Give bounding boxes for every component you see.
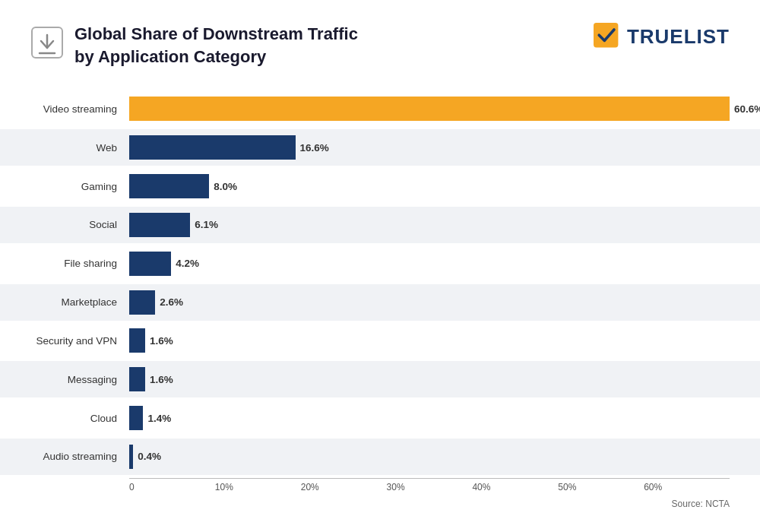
bar-fill: 4.2% (129, 252, 171, 276)
bar-value-label: 1.6% (150, 374, 173, 385)
bar-label: Cloud (30, 413, 129, 424)
x-axis-line (129, 478, 730, 479)
bar-row: Audio streaming0.4% (0, 439, 760, 475)
bar-row: File sharing4.2% (30, 245, 730, 282)
bar-label: Social (30, 219, 129, 230)
bar-container: 2.6% (129, 284, 730, 321)
bar-container: 6.1% (129, 207, 730, 243)
bar-container: 16.6% (129, 129, 730, 166)
bar-row: Security and VPN1.6% (30, 322, 730, 359)
x-axis-label: 0 (129, 482, 215, 492)
bar-label: Marketplace (30, 296, 129, 308)
bar-value-label: 1.4% (147, 413, 171, 424)
bar-label: File sharing (30, 258, 129, 269)
bar-fill: 1.4% (129, 406, 143, 430)
bar-fill: 16.6% (129, 135, 296, 160)
bar-row: Messaging1.6% (0, 361, 760, 397)
bar-fill: 60.6% (129, 97, 730, 121)
bar-value-label: 4.2% (176, 258, 199, 269)
bar-container: 4.2% (129, 245, 730, 282)
chart-area: Video streaming60.6%Web16.6%Gaming8.0%So… (30, 90, 730, 475)
bar-value-label: 60.6% (734, 103, 760, 115)
bar-label: Video streaming (30, 103, 129, 115)
logo: TRUELIST (594, 23, 730, 50)
bar-fill: 1.6% (129, 367, 145, 391)
bar-container: 1.6% (129, 361, 730, 397)
bar-container: 1.4% (129, 400, 730, 436)
bar-container: 60.6% (129, 90, 730, 127)
logo-text: TRUELIST (627, 25, 730, 49)
bar-container: 0.4% (129, 439, 730, 475)
bar-row: Social6.1% (0, 207, 760, 243)
bar-fill: 0.4% (129, 445, 133, 469)
bar-fill: 6.1% (129, 213, 190, 237)
bar-label: Messaging (30, 374, 129, 385)
bar-value-label: 1.6% (150, 335, 173, 347)
bar-value-label: 2.6% (160, 296, 183, 308)
bar-value-label: 0.4% (138, 451, 161, 462)
bar-row: Cloud1.4% (30, 400, 730, 436)
bar-row: Web16.6% (0, 129, 760, 166)
x-axis-label: 40% (472, 482, 558, 492)
x-axis-label: 10% (215, 482, 301, 492)
bar-container: 8.0% (129, 168, 730, 204)
x-axis-label: 50% (558, 482, 644, 492)
source-text: Source: NCTA (30, 499, 730, 509)
svg-rect-3 (594, 23, 618, 47)
x-axis-labels: 010%20%30%40%50%60% (129, 482, 730, 492)
bar-row: Gaming8.0% (30, 168, 730, 204)
chart-title: Global Share of Downstream Traffic by Ap… (74, 23, 358, 68)
bar-fill: 1.6% (129, 328, 145, 353)
truelist-logo-icon (594, 23, 621, 50)
x-axis-label: 20% (301, 482, 387, 492)
bar-label: Security and VPN (30, 335, 129, 347)
bar-row: Marketplace2.6% (0, 284, 760, 321)
header: Global Share of Downstream Traffic by Ap… (30, 23, 730, 68)
download-icon (30, 26, 64, 59)
title-group: Global Share of Downstream Traffic by Ap… (30, 23, 358, 68)
bar-value-label: 6.1% (195, 219, 218, 230)
bar-value-label: 8.0% (214, 181, 237, 192)
bar-value-label: 16.6% (300, 142, 329, 154)
bar-label: Web (30, 142, 129, 154)
bar-row: Video streaming60.6% (30, 90, 730, 127)
x-axis-label: 30% (387, 482, 473, 492)
bar-fill: 8.0% (129, 174, 209, 198)
main-container: Global Share of Downstream Traffic by Ap… (0, 0, 760, 532)
bar-container: 1.6% (129, 322, 730, 359)
x-axis-label: 60% (644, 482, 730, 492)
bar-fill: 2.6% (129, 290, 155, 315)
bar-label: Gaming (30, 181, 129, 192)
bar-label: Audio streaming (30, 451, 129, 462)
